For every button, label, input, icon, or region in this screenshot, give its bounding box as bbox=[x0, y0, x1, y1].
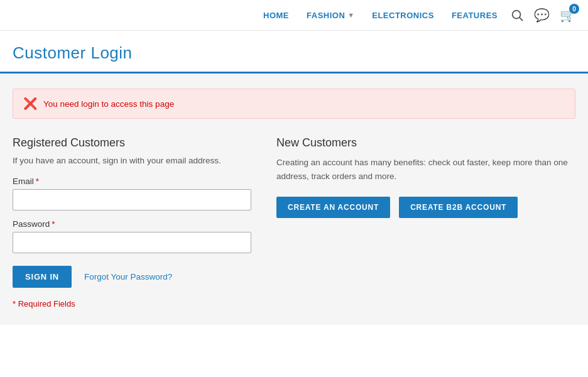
forgot-password-link[interactable]: Forgot Your Password? bbox=[84, 272, 172, 281]
search-button[interactable] bbox=[510, 8, 524, 22]
page-title: Customer Login bbox=[13, 43, 575, 63]
alert-message: You need login to access this page bbox=[43, 99, 174, 109]
svg-point-0 bbox=[513, 11, 521, 19]
password-input[interactable] bbox=[13, 232, 251, 253]
new-customers-desc: Creating an account has many benefits: c… bbox=[276, 156, 575, 183]
page-title-area: Customer Login bbox=[0, 31, 588, 74]
account-buttons: CREATE AN ACCOUNT CREATE B2B ACCOUNT bbox=[276, 197, 575, 218]
nav-electronics[interactable]: ELECTRONICS bbox=[372, 11, 434, 20]
email-required-star: * bbox=[36, 177, 39, 186]
cart-count-badge: 0 bbox=[569, 4, 579, 14]
quote-button[interactable]: 💬 bbox=[534, 8, 550, 23]
signin-button[interactable]: SIGN IN bbox=[13, 266, 72, 288]
nav-home[interactable]: HOME bbox=[263, 11, 289, 20]
registered-section-title: Registered Customers bbox=[13, 136, 251, 150]
registered-customers-section: Registered Customers If you have an acco… bbox=[13, 136, 251, 309]
login-alert: ❌ You need login to access this page bbox=[13, 89, 575, 119]
registered-section-desc: If you have an account, sign in with you… bbox=[13, 156, 251, 165]
quote-icon: 💬 bbox=[534, 8, 550, 23]
form-actions: SIGN IN Forgot Your Password? bbox=[13, 266, 251, 288]
cart-button[interactable]: 🛒 0 bbox=[560, 8, 575, 23]
nav-fashion-wrapper: FASHION ▼ bbox=[307, 11, 354, 20]
login-columns: Registered Customers If you have an acco… bbox=[13, 136, 575, 309]
new-customers-title: New Customers bbox=[276, 136, 575, 150]
create-b2b-account-button[interactable]: CREATE B2B ACCOUNT bbox=[399, 197, 518, 218]
search-icon bbox=[510, 8, 524, 22]
password-required-star: * bbox=[52, 219, 55, 229]
fashion-chevron-icon: ▼ bbox=[347, 11, 354, 19]
password-label: Password* bbox=[13, 219, 251, 229]
create-account-button[interactable]: CREATE AN ACCOUNT bbox=[276, 197, 390, 218]
header-icons: 💬 🛒 0 bbox=[510, 8, 575, 23]
required-fields-note: * Required Fields bbox=[13, 299, 251, 309]
nav-features[interactable]: FEATURES bbox=[452, 11, 498, 20]
new-customers-section: New Customers Creating an account has ma… bbox=[276, 136, 575, 309]
email-input[interactable] bbox=[13, 189, 251, 210]
email-label: Email* bbox=[13, 177, 251, 186]
main-content: ❌ You need login to access this page Reg… bbox=[0, 74, 588, 325]
nav-fashion[interactable]: FASHION bbox=[307, 11, 345, 20]
svg-line-1 bbox=[520, 18, 523, 21]
main-nav: HOME FASHION ▼ ELECTRONICS FEATURES bbox=[263, 11, 498, 20]
alert-icon: ❌ bbox=[23, 97, 37, 111]
site-header: HOME FASHION ▼ ELECTRONICS FEATURES 💬 🛒 … bbox=[0, 0, 588, 31]
